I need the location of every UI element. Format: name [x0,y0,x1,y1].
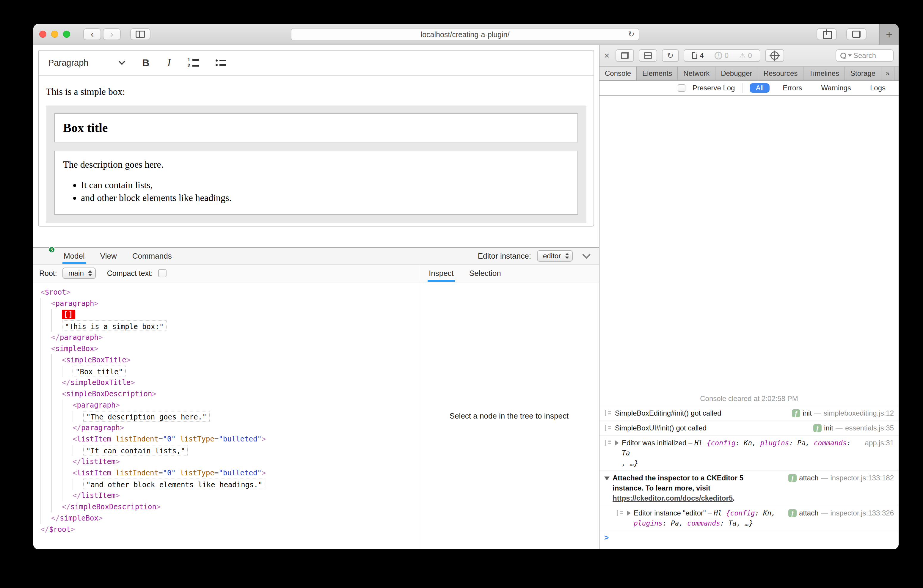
resource-summary-button[interactable]: 4 !0 ⚠0 [684,49,760,62]
filter-errors[interactable]: Errors [777,83,808,93]
tree-line[interactable]: <simpleBox> [41,343,419,354]
tree-line[interactable]: </paragraph> [41,332,419,343]
tab-view[interactable]: View [99,248,118,264]
tab-timelines[interactable]: Timelines [803,67,845,80]
editor-paragraph[interactable]: This is a simple box: [46,86,586,97]
message-link[interactable]: https://ckeditor.com/docs/ckeditor5 [613,494,733,502]
tree-line[interactable]: "Box title" [41,366,419,377]
bulleted-list-button[interactable] [215,59,226,66]
tree-line[interactable]: "The description goes here." [41,411,419,422]
tree-line[interactable]: <paragraph> [41,399,419,411]
more-tabs-button[interactable]: » [881,67,894,80]
tree-line[interactable]: </simpleBoxDescription> [41,501,419,512]
indent-guide [62,479,72,490]
tab-debugger[interactable]: Debugger [716,67,758,80]
tree-line[interactable]: <paragraph> [41,298,419,309]
tab-elements[interactable]: Elements [637,67,678,80]
tree-token: paragraph [55,298,94,309]
console-prompt[interactable]: > [599,531,898,549]
preserve-log-checkbox[interactable] [678,84,685,92]
sidebar-button[interactable] [130,28,151,40]
bold-button[interactable]: B [142,57,149,69]
numbered-list-button[interactable]: 1 2 [188,58,199,67]
zoom-window-button[interactable] [63,31,70,38]
tab-model[interactable]: Model [62,248,86,264]
filter-logs[interactable]: Logs [864,83,892,93]
filter-all[interactable]: All [750,83,770,93]
new-tab-button[interactable]: + [879,24,898,45]
console-message[interactable]: SimpleBoxUI#init() got calledfinit—essen… [599,420,898,435]
tree-line[interactable]: "and other block elements like headings.… [41,479,419,490]
tab-inspect[interactable]: Inspect [428,264,455,282]
console-message[interactable]: Editor was initialized – Hl {config: Kn,… [599,435,898,471]
tree-line[interactable]: </paragraph> [41,422,419,434]
source-link[interactable]: simpleboxediting.js:12 [824,408,894,418]
list-item[interactable]: It can contain lists, [81,179,569,191]
close-devtools-button[interactable]: × [604,51,609,61]
collapse-inspector-icon[interactable] [582,251,591,259]
console-message[interactable]: Attached the inspector to a CKEditor 5in… [599,471,898,506]
filter-warnings[interactable]: Warnings [815,83,857,93]
tree-line[interactable]: <simpleBoxDescription> [41,388,419,399]
tab-commands[interactable]: Commands [131,248,173,264]
console-message[interactable]: Editor instance "editor" – Hl {config: K… [599,506,898,531]
forward-button[interactable]: › [103,28,121,40]
share-button[interactable] [816,28,837,40]
reload-icon[interactable]: ↻ [628,30,635,39]
address-bar[interactable]: localhost/creating-a-plugin/ ↻ [291,28,639,41]
message-segment: SimpleBoxEditing#init() got called [615,409,721,417]
compact-text-checkbox[interactable] [158,269,166,278]
disclosure-open-icon[interactable] [604,476,609,480]
tab-storage[interactable]: Storage [845,67,881,80]
editor-instance-select[interactable]: editor [537,250,573,261]
warning-count: 0 [748,51,752,60]
source-link[interactable]: inspector.js:133:182 [831,473,894,483]
disclosure-closed-icon[interactable] [615,440,619,446]
add-tab-button[interactable]: + [895,67,898,80]
tab-overview-button[interactable] [846,28,867,40]
editor-content[interactable]: This is a simple box: Box title The desc… [39,76,593,226]
simple-box-widget[interactable]: Box title The description goes here. It … [46,105,586,223]
source-link[interactable]: inspector.js:133:326 [831,508,894,518]
tree-line[interactable]: <listItem listIndent="0" listType="bulle… [41,434,419,445]
root-select[interactable]: main [62,268,96,279]
simple-box-title[interactable]: Box title [54,113,578,142]
tree-line[interactable]: "It can contain lists," [41,445,419,456]
preserve-log-label: Preserve Log [693,84,735,92]
tree-line[interactable]: [] [41,309,419,320]
tree-line[interactable]: </simpleBoxTitle> [41,377,419,388]
source-link[interactable]: essentials.js:35 [845,423,894,433]
tree-line[interactable]: </$root> [41,524,419,535]
tree-line[interactable]: </listItem> [41,456,419,467]
tab-resources[interactable]: Resources [758,67,804,80]
dock-side-button[interactable] [616,49,634,62]
source-link[interactable]: app.js:31 [865,438,894,448]
tree-line[interactable]: </simpleBox> [41,512,419,524]
reload-page-button[interactable]: ↻ [662,49,679,62]
disclosure-closed-icon[interactable] [627,511,631,516]
devtools-search-field[interactable]: Search [836,49,894,62]
sidebar-icon [136,31,145,38]
tree-token [111,467,115,479]
close-window-button[interactable] [39,31,46,38]
tree-line[interactable]: <$root> [41,287,419,298]
tree-line[interactable]: <listItem listIndent="0" listType="bulle… [41,467,419,479]
tree-token [176,434,180,445]
back-button[interactable]: ‹ [83,28,101,40]
paragraph-dropdown[interactable]: Paragraph [48,58,124,68]
element-picker-button[interactable] [765,49,784,62]
tree-line[interactable]: <simpleBoxTitle> [41,354,419,366]
list-item[interactable]: and other block elements like headings. [81,192,569,203]
tab-selection[interactable]: Selection [468,264,502,282]
console-message[interactable]: SimpleBoxEditing#init() got calledfinit—… [599,406,898,420]
description-paragraph[interactable]: The description goes here. [63,159,569,170]
message-text: SimpleBoxEditing#init() got called [615,408,787,418]
tree-line[interactable]: </listItem> [41,490,419,501]
simple-box-description[interactable]: The description goes here. It can contai… [54,151,578,215]
minimize-window-button[interactable] [51,31,58,38]
dock-bottom-button[interactable] [639,49,657,62]
tab-console[interactable]: Console [599,67,637,80]
tree-line[interactable]: "This is a simple box:" [41,320,419,332]
italic-button[interactable]: I [168,56,171,69]
tab-network[interactable]: Network [678,67,716,80]
